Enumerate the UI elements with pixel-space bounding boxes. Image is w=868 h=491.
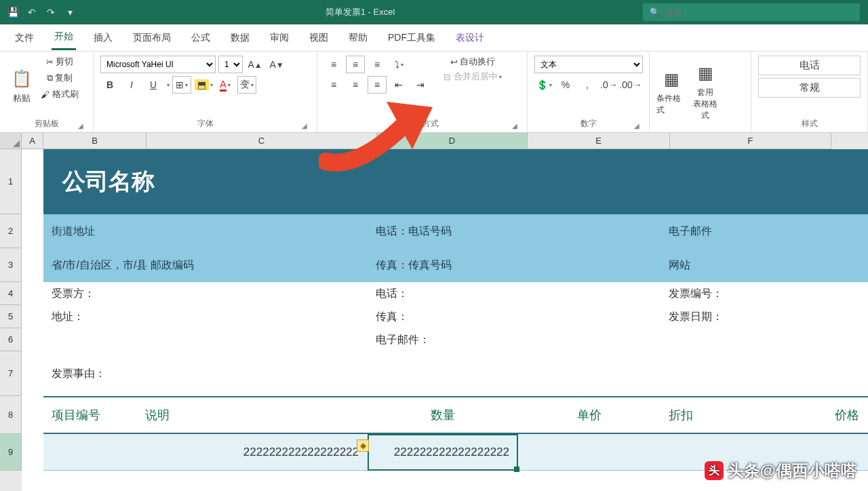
row-header-4[interactable]: 4 [0,282,22,305]
percent-button[interactable]: % [556,76,575,94]
font-color-button[interactable]: A▾ [216,76,235,94]
col-header-B[interactable]: B [43,133,146,149]
launcher-icon[interactable]: ◢ [512,122,517,130]
fax2-label[interactable]: 传真： [368,310,518,324]
worksheet-cells[interactable]: 公司名称 街道地址 电话：电话号码 电子邮件 省/市/自治区，市/县 邮政编码 … [22,149,868,491]
bill-to-label[interactable]: 受票方： [43,287,368,301]
font-name-select[interactable]: Microsoft YaHei UI [100,56,216,73]
align-center-button[interactable]: ≡ [346,76,365,94]
decrease-font-button[interactable]: A▼ [267,56,286,73]
tab-formulas[interactable]: 公式 [189,26,213,50]
bold-button[interactable]: B [100,76,119,94]
undo-icon[interactable]: ↶ [24,5,39,20]
currency-button[interactable]: 💲▾ [534,76,553,94]
underline-button[interactable]: U [144,76,163,94]
fill-color-button[interactable]: ⬒▾ [194,76,213,94]
font-size-select[interactable]: 11 [218,56,243,73]
align-right-button[interactable]: ≡ [368,76,387,94]
row-header-3[interactable]: 3 [0,248,22,282]
th-qty[interactable]: 数量 [368,407,518,423]
search-box[interactable]: 🔍 [643,3,860,21]
th-total[interactable]: 价格 [796,407,868,423]
conditional-format-button[interactable]: ▦ 条件格式 [656,56,686,128]
launcher-icon[interactable]: ◢ [634,122,639,130]
cell-D9[interactable]: 222222222222222222 [368,446,518,459]
th-id[interactable]: 项目编号 [43,407,137,423]
select-all-corner[interactable] [0,133,22,149]
painter-button[interactable]: 🖌 格式刷 [41,88,79,100]
row-header-5[interactable]: 5 [0,305,22,328]
table-format-button[interactable]: ▦ 套用 表格格式 [690,56,720,128]
border-button[interactable]: ⊞▾ [172,76,191,94]
tab-help[interactable]: 帮助 [346,26,370,50]
invoice-no-label[interactable]: 发票编号： [660,287,731,301]
watermark-text: 头条@偶西小嗒嗒 [728,460,857,482]
row-header-9[interactable]: 9 [0,434,22,471]
th-desc[interactable]: 说明 [137,407,368,423]
tab-home[interactable]: 开始 [52,25,76,50]
italic-button[interactable]: I [122,76,141,94]
cell-C9[interactable]: 222222222222222222 [137,446,368,459]
phone-cell[interactable]: 电话：电话号码 [368,224,518,239]
tab-insert[interactable]: 插入 [91,26,115,50]
wrap-text-button[interactable]: ↩ 自动换行 [443,56,502,68]
redo-icon[interactable]: ↷ [43,5,58,20]
phonetic-button[interactable]: 变▾ [237,76,256,94]
save-icon[interactable]: 💾 [5,5,20,20]
merge-button[interactable]: ⊟ 合并后居中▾ [443,71,502,83]
paste-button[interactable]: 📋 粘贴 [7,56,37,117]
col-header-E[interactable]: E [528,133,670,149]
col-header-A[interactable]: A [22,133,43,149]
launcher-icon[interactable]: ◢ [78,122,83,130]
row-header-7[interactable]: 7 [0,351,22,396]
row-header-6[interactable]: 6 [0,328,22,351]
cell-style-phone[interactable]: 电话 [758,56,861,75]
launcher-icon[interactable]: ◢ [302,122,307,130]
fax-cell[interactable]: 传真：传真号码 [368,258,518,273]
col-header-D[interactable]: D [377,133,528,149]
smart-tag-icon[interactable]: ◆ [357,439,369,452]
tab-data[interactable]: 数据 [228,26,252,50]
orientation-button[interactable]: ⤵▾ [389,56,408,73]
bill-addr-label[interactable]: 地址： [43,310,368,324]
qat-more-icon[interactable]: ▾ [62,5,77,20]
align-middle-button[interactable]: ≡ [346,56,365,73]
indent-dec-button[interactable]: ⇤ [389,76,408,94]
tab-file[interactable]: 文件 [12,26,37,50]
row-header-1[interactable]: 1 [0,149,22,214]
align-top-button[interactable]: ≡ [324,56,343,73]
tab-layout[interactable]: 页面布局 [130,26,174,50]
th-price[interactable]: 单价 [518,407,660,423]
email-label[interactable]: 电子邮件 [660,224,720,239]
tab-review[interactable]: 审阅 [267,26,292,50]
tab-tabledesign[interactable]: 表设计 [453,26,487,50]
search-input[interactable] [665,7,853,17]
cut-button[interactable]: ✂ 剪切 [41,56,79,68]
align-left-button[interactable]: ≡ [324,76,343,94]
align-bottom-button[interactable]: ≡ [368,56,387,73]
increase-decimal-button[interactable]: .0→ [599,76,618,94]
invoice-date-label[interactable]: 发票日期： [660,310,731,324]
row-header-8[interactable]: 8 [0,396,22,434]
indent-inc-button[interactable]: ⇥ [411,76,430,94]
col-header-F[interactable]: F [670,133,831,149]
reason-label[interactable]: 发票事由： [43,367,114,381]
th-disc[interactable]: 折扣 [660,407,796,423]
comma-button[interactable]: , [578,76,597,94]
company-name-cell[interactable]: 公司名称 [43,149,868,214]
chevron-down-icon[interactable]: ▾ [167,82,170,88]
row-header-2[interactable]: 2 [0,214,22,248]
address-line2[interactable]: 省/市/自治区，市/县 邮政编码 [43,258,368,273]
tab-view[interactable]: 视图 [307,26,331,50]
decrease-decimal-button[interactable]: .00→ [621,76,640,94]
address-line1[interactable]: 街道地址 [43,224,368,239]
number-format-select[interactable]: 文本 [534,56,643,73]
phone2-label[interactable]: 电话： [368,287,518,301]
increase-font-button[interactable]: A▲ [245,56,264,73]
email2-label[interactable]: 电子邮件： [368,333,518,347]
cell-style-normal[interactable]: 常规 [758,78,861,98]
website-label[interactable]: 网站 [660,258,698,273]
copy-button[interactable]: ⧉ 复制 [41,72,79,84]
col-header-C[interactable]: C [146,133,377,149]
tab-pdf[interactable]: PDF工具集 [385,26,438,50]
